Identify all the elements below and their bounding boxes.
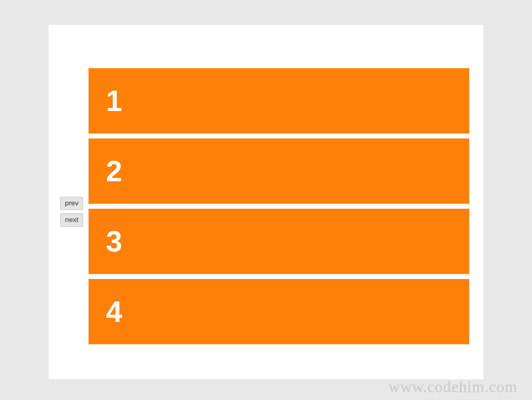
slide-number: 1 [106,84,122,118]
slide-item: 2 [89,138,469,204]
nav-controls: prev next [60,197,83,227]
slide-item: 3 [89,209,469,274]
slide-number: 4 [106,295,122,328]
prev-button[interactable]: prev [60,197,83,210]
slide-item: 1 [89,68,469,133]
slide-number: 2 [106,155,122,188]
slide-item: 4 [89,279,469,344]
slides-container: 1 2 3 4 [89,68,469,344]
next-button[interactable]: next [60,213,83,227]
main-container: prev next 1 2 3 4 [49,25,483,379]
watermark-text: www.codehim.com [389,378,517,396]
slide-number: 3 [106,225,122,258]
